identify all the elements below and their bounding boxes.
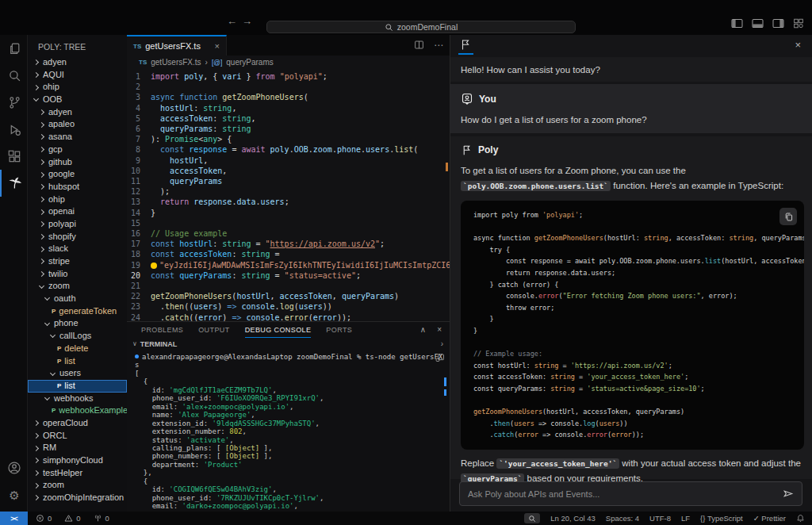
panel-close-icon[interactable]: × — [437, 325, 442, 334]
search-icon — [385, 23, 393, 32]
activity-search[interactable] — [0, 62, 27, 89]
tree-item-operaCloud[interactable]: operaCloud — [28, 417, 127, 430]
toggle-sidebar-right-icon[interactable] — [772, 18, 784, 29]
chevron-right-icon — [33, 59, 39, 65]
tree-item-testHelper[interactable]: testHelper — [28, 467, 127, 480]
chat-close-icon[interactable]: × — [795, 39, 801, 51]
send-icon[interactable] — [782, 488, 794, 500]
tree-item-gcp[interactable]: gcp — [28, 144, 127, 156]
activity-account[interactable] — [0, 454, 27, 481]
terminal-scrollbar-marker[interactable] — [444, 377, 446, 386]
panel-tab-debug-console[interactable]: DEBUG CONSOLE — [245, 322, 312, 338]
encoding[interactable]: UTF-8 — [649, 514, 671, 523]
panel-tab-problems[interactable]: PROBLEMS — [141, 322, 183, 338]
tree-item-zoomOhipIntegration[interactable]: zoomOhipIntegration — [28, 492, 127, 504]
tree-item-list[interactable]: Plist — [28, 355, 127, 368]
activity-explorer[interactable] — [0, 35, 27, 62]
lightbulb-icon[interactable] — [151, 262, 157, 269]
language-mode[interactable]: {} TypeScript — [700, 514, 743, 523]
breadcrumb-file[interactable]: getUsersFX.ts — [151, 58, 201, 67]
chat-code-lines: import poly from 'polyapi'; async functi… — [473, 209, 791, 441]
tree-item-adyen[interactable]: adyen — [28, 106, 127, 119]
indentation[interactable]: Spaces: 4 — [606, 514, 639, 523]
terminal-header[interactable]: ∨ TERMINAL — [127, 338, 450, 350]
error-count[interactable]: 0 — [48, 514, 52, 523]
panel-tab-output[interactable]: OUTPUT — [198, 322, 229, 338]
tree-item-zoom[interactable]: zoom — [28, 280, 127, 293]
tree-item-ohip[interactable]: ohip — [28, 194, 127, 206]
tree-item-phone[interactable]: phone — [28, 317, 127, 330]
tree-item-adyen[interactable]: adyen — [28, 56, 127, 69]
tree-item-ORCL[interactable]: ORCL — [28, 430, 127, 443]
tree-item-webhookExample[interactable]: PwebhookExample — [28, 404, 127, 417]
poly-function-icon: P — [57, 380, 61, 393]
tree-item-apaleo[interactable]: apaleo — [28, 118, 127, 131]
customize-layout-icon[interactable] — [793, 18, 804, 29]
tree-item-polyapi[interactable]: polyapi — [28, 218, 127, 231]
cursor-position[interactable]: Ln 20, Col 43 — [550, 514, 596, 523]
tree-item-zoom[interactable]: zoom — [28, 479, 127, 492]
breadcrumb-symbol[interactable]: queryParams — [226, 58, 273, 67]
tree-item-generateToken[interactable]: PgenerateToken — [28, 305, 127, 318]
tree-item-OOB[interactable]: OOB — [28, 94, 127, 106]
toggle-panel-icon[interactable] — [752, 18, 764, 29]
tree-item-list[interactable]: Plist — [28, 380, 127, 393]
tree-item-webhooks[interactable]: webhooks — [28, 393, 127, 405]
tree-item-slack[interactable]: slack — [28, 243, 127, 255]
tree-item-github[interactable]: github — [28, 156, 127, 169]
eol-sequence[interactable]: LF — [681, 514, 690, 523]
tree-item-asana[interactable]: asana — [28, 131, 127, 144]
tree-item-twilio[interactable]: twilio — [28, 268, 127, 281]
toggle-sidebar-left-icon[interactable] — [731, 18, 743, 29]
activity-settings[interactable]: ⚙ — [0, 481, 27, 508]
activity-source-control[interactable] — [0, 89, 27, 116]
tree-item-oauth[interactable]: oauth — [28, 293, 127, 305]
formatter-indicator[interactable]: ✓ Prettier — [753, 514, 786, 523]
nav-forward-icon[interactable]: → — [242, 15, 252, 27]
zoom-status-indicator[interactable] — [524, 513, 540, 523]
tree-item-stripe[interactable]: stripe — [28, 255, 127, 268]
tree-item-shopify[interactable]: shopify — [28, 231, 127, 243]
panel-collapse-icon[interactable]: ∧ — [420, 325, 426, 334]
tree-item-RM[interactable]: RM — [28, 442, 127, 454]
tree-item-label: gcp — [48, 144, 63, 156]
activity-run-debug[interactable] — [0, 116, 27, 143]
tree-item-ohip[interactable]: ohip — [28, 81, 127, 94]
tree-item-hubspot[interactable]: hubspot — [28, 181, 127, 194]
terminal-output[interactable]: alexandrapapageorge@AlexandasLaptop zoom… — [127, 351, 442, 512]
tree-item-callLogs[interactable]: callLogs — [28, 330, 127, 343]
command-center-search[interactable]: zoomDemoFinal — [266, 21, 576, 33]
remote-indicator[interactable]: >< — [0, 512, 28, 525]
broadcast-count[interactable]: 0 — [105, 514, 109, 523]
code-editor[interactable]: 1import poly, { vari } from "polyapi";2 … — [127, 69, 450, 321]
tree-item-simphonyCloud[interactable]: simphonyCloud — [28, 454, 127, 467]
activity-poly[interactable] — [0, 170, 27, 197]
tree-item-label: apaleo — [48, 118, 75, 131]
panel-tab-ports[interactable]: PORTS — [326, 322, 352, 338]
tree-item-openai[interactable]: openai — [28, 205, 127, 218]
poly-chat-tab[interactable] — [459, 38, 472, 52]
copy-code-button[interactable] — [779, 208, 797, 225]
chat-input-box[interactable] — [459, 481, 802, 506]
terminal-tabs-expand-icon[interactable]: › — [441, 339, 443, 348]
tree-item-label: google — [48, 168, 75, 181]
tree-item-AQUI[interactable]: AQUI — [28, 69, 127, 82]
split-editor-icon[interactable] — [414, 40, 424, 50]
activity-bar: ⚙ — [0, 35, 28, 512]
activity-extensions[interactable] — [0, 143, 27, 170]
tab-getusersfx[interactable]: TS getUsersFX.ts × — [127, 35, 227, 56]
tree-item-google[interactable]: google — [28, 168, 127, 181]
tree-item-delete[interactable]: Pdelete — [28, 343, 127, 355]
terminal-scrollbar-marker[interactable] — [444, 389, 446, 396]
bell-icon[interactable] — [796, 514, 805, 523]
more-actions-icon[interactable]: ⋯ — [434, 40, 443, 50]
breadcrumb[interactable]: TS getUsersFX.ts › [@] queryParams — [127, 56, 450, 69]
tab-close-icon[interactable]: × — [215, 41, 220, 51]
nav-back-icon[interactable]: ← — [227, 15, 237, 27]
tree-item-label: webhooks — [54, 393, 94, 405]
warning-count[interactable]: 0 — [76, 514, 80, 523]
editor-scrollbar-marker[interactable] — [446, 163, 448, 171]
chat-input[interactable] — [468, 489, 782, 499]
tree-item-users[interactable]: users — [28, 367, 127, 380]
tree-item-label: testHelper — [43, 467, 82, 480]
